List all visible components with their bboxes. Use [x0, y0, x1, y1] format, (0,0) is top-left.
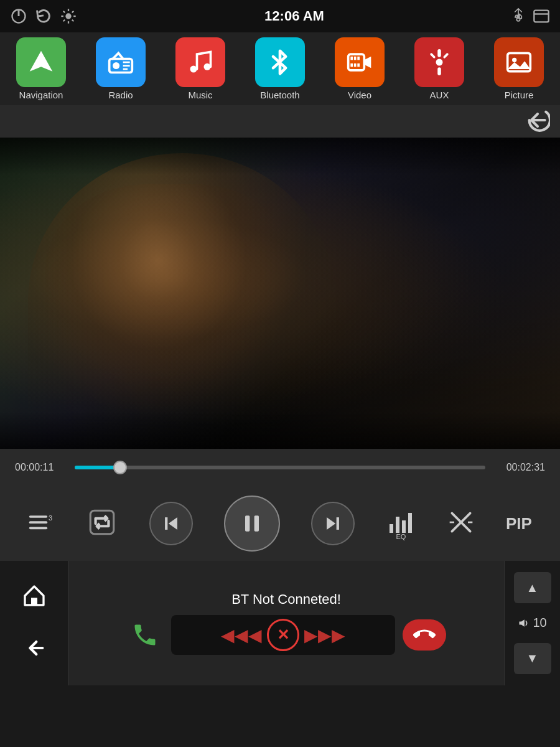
phone-hangup-icon [413, 624, 436, 646]
controls-bar: 3 [0, 486, 560, 561]
svg-rect-23 [350, 57, 353, 60]
volume-icon [518, 617, 530, 629]
toolbar-strip [0, 105, 560, 138]
pause-button[interactable] [224, 496, 280, 552]
home-icon [22, 583, 47, 608]
nav-aux-label: AUX [430, 90, 449, 100]
cut-icon [447, 509, 475, 536]
svg-rect-12 [534, 11, 548, 22]
phone-answer-icon [131, 621, 159, 649]
power-icon[interactable] [10, 7, 27, 25]
sidebar-item-navigation[interactable]: Navigation [2, 37, 80, 100]
progress-track[interactable] [75, 466, 485, 469]
bt-left-arrow: ◀◀◀ [221, 625, 262, 646]
next-icon [322, 513, 343, 534]
bottom-center-bt: BT Not Conneted! ◀◀◀ ✕ ▶▶▶ [68, 561, 504, 685]
picture-icon [505, 49, 533, 76]
svg-rect-25 [357, 57, 360, 60]
pip-button[interactable]: PIP [506, 514, 532, 533]
svg-rect-44 [254, 515, 259, 532]
bottom-right-volume: ▲ 10 ▼ [504, 561, 560, 685]
nav-video-label: Video [348, 90, 371, 100]
nav-navigation-label: Navigation [19, 90, 63, 100]
svg-point-21 [204, 63, 211, 70]
sidebar-item-music[interactable]: Music [162, 37, 239, 100]
svg-line-7 [63, 11, 65, 13]
svg-marker-41 [168, 517, 177, 530]
music-icon [187, 49, 214, 76]
eq-button[interactable]: EQ [386, 507, 416, 540]
svg-text:3: 3 [49, 514, 52, 522]
prev-button[interactable] [149, 502, 193, 545]
refresh-icon[interactable] [35, 7, 52, 25]
volume-down-button[interactable]: ▼ [514, 643, 551, 674]
sidebar-item-video[interactable]: Video [321, 37, 398, 100]
svg-point-20 [190, 66, 197, 73]
bt-status-text: BT Not Conneted! [231, 591, 341, 608]
pause-icon [238, 510, 266, 537]
back-button[interactable] [525, 108, 550, 135]
nav-music-label: Music [188, 90, 212, 100]
pip-label: PIP [506, 514, 532, 533]
volume-up-button[interactable]: ▲ [514, 572, 551, 603]
time-total: 00:02:31 [495, 462, 545, 473]
svg-rect-24 [354, 57, 357, 60]
time-current: 00:00:11 [15, 462, 65, 473]
eq-icon [386, 507, 416, 537]
svg-rect-28 [357, 63, 360, 67]
sidebar-item-picture[interactable]: Picture [480, 37, 558, 100]
nav-picture-label: Picture [505, 90, 534, 100]
sidebar-item-bluetooth[interactable]: Bluetooth [241, 37, 319, 100]
aux-icon [426, 49, 453, 76]
svg-point-11 [516, 18, 520, 21]
back-nav-button[interactable] [22, 636, 47, 663]
svg-point-2 [65, 13, 71, 19]
svg-point-30 [436, 59, 443, 66]
svg-rect-27 [354, 63, 357, 67]
repeat-button[interactable] [86, 507, 118, 540]
status-bar: 12:06 AM [0, 0, 560, 32]
volume-level: 10 [533, 616, 546, 630]
video-area [0, 138, 560, 449]
status-time: 12:06 AM [264, 8, 324, 24]
svg-line-9 [63, 20, 65, 22]
svg-rect-46 [337, 517, 339, 530]
next-button[interactable] [311, 502, 355, 545]
usb-icon [511, 7, 525, 25]
bottom-left [0, 561, 68, 685]
bottom-bar: BT Not Conneted! ◀◀◀ ✕ ▶▶▶ ▲ [0, 561, 560, 685]
prev-icon [161, 513, 182, 534]
svg-point-16 [113, 62, 119, 69]
svg-line-10 [72, 11, 74, 13]
bt-dial-slider[interactable]: ◀◀◀ ✕ ▶▶▶ [171, 615, 395, 655]
svg-rect-50 [408, 513, 412, 533]
bt-end-call-center[interactable]: ✕ [267, 619, 299, 651]
window-icon[interactable] [533, 7, 550, 25]
nav-bar: Navigation Radio Music [0, 32, 560, 105]
answer-call-button[interactable] [126, 616, 164, 654]
back-nav-icon [22, 636, 47, 660]
cut-button[interactable] [447, 509, 475, 538]
svg-rect-55 [31, 598, 37, 605]
playlist-button[interactable]: 3 [28, 510, 55, 537]
hang-up-button[interactable] [403, 619, 446, 651]
svg-point-34 [512, 58, 516, 62]
progress-section: 00:00:11 00:02:31 [0, 449, 560, 486]
navigation-icon [27, 49, 55, 76]
brightness-icon[interactable] [60, 7, 77, 25]
repeat-icon [86, 507, 118, 538]
home-button[interactable] [22, 583, 47, 611]
svg-marker-56 [520, 619, 525, 627]
sidebar-item-radio[interactable]: Radio [82, 37, 159, 100]
svg-rect-43 [245, 515, 250, 532]
video-placeholder [0, 138, 560, 449]
sidebar-item-aux[interactable]: AUX [401, 37, 478, 100]
status-icons-left [10, 7, 77, 25]
bt-right-arrow: ▶▶▶ [304, 625, 345, 646]
svg-marker-14 [30, 51, 53, 72]
svg-rect-26 [350, 63, 353, 67]
svg-rect-49 [402, 520, 406, 533]
svg-rect-42 [165, 517, 167, 530]
progress-thumb[interactable] [113, 461, 127, 474]
status-icons-right [511, 7, 550, 25]
